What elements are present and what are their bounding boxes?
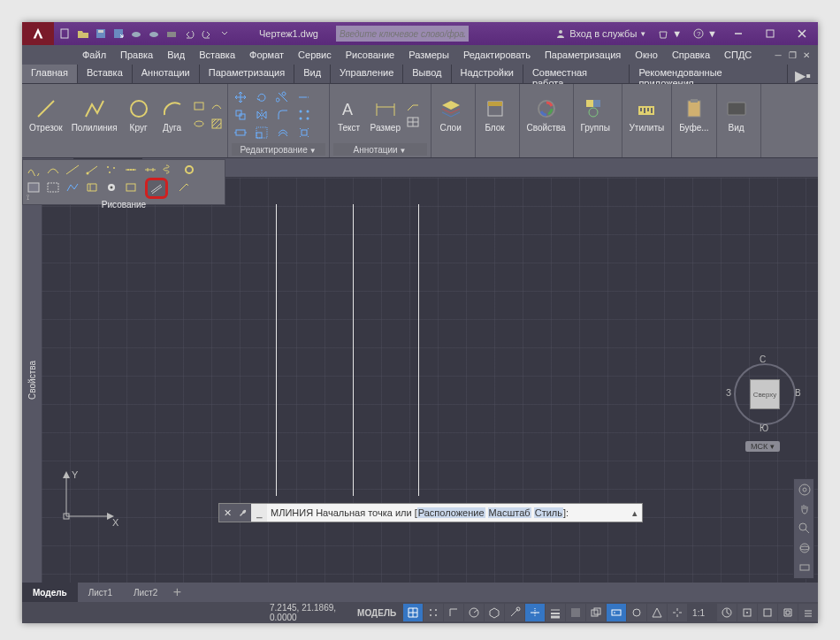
arc-button[interactable]: Дуга: [157, 95, 188, 134]
wipeout-icon[interactable]: [44, 179, 62, 195]
rectangle2-icon[interactable]: [122, 179, 140, 195]
utilities-button[interactable]: Утилиты: [626, 95, 668, 134]
maximize-button[interactable]: [756, 22, 784, 45]
flyout-pin-icon[interactable]: ⟟: [27, 193, 29, 202]
open-icon[interactable]: [75, 26, 91, 42]
status-cycling-toggle[interactable]: [586, 604, 606, 621]
mline-button[interactable]: [147, 179, 166, 197]
helix-icon[interactable]: [161, 162, 179, 178]
spline-fit-icon[interactable]: [25, 162, 42, 178]
menu-spds[interactable]: СПДС: [717, 48, 759, 62]
plot-icon[interactable]: [164, 26, 179, 42]
menu-insert[interactable]: Вставка: [192, 48, 242, 62]
status-workspace-button[interactable]: [717, 604, 737, 621]
signin-button[interactable]: Вход в службы ▼: [551, 27, 650, 40]
cmdline-config-icon[interactable]: [235, 504, 251, 522]
3dpolyline-icon[interactable]: [64, 179, 81, 195]
ribbon-tab-addins[interactable]: Надстройки: [452, 65, 523, 83]
status-cleanscreen-button[interactable]: [778, 604, 798, 621]
ribbon-tab-insert[interactable]: Вставка: [78, 65, 133, 83]
menu-edit[interactable]: Правка: [113, 48, 160, 62]
ribbon-tab-home[interactable]: Главная: [22, 65, 78, 83]
cmdline-recent-icon[interactable]: ▴: [628, 507, 642, 519]
menu-window[interactable]: Окно: [628, 48, 665, 62]
leader-icon[interactable]: [406, 102, 420, 114]
menu-draw[interactable]: Рисование: [339, 48, 401, 62]
explode-icon[interactable]: [295, 125, 313, 141]
status-polar-toggle[interactable]: [464, 604, 484, 621]
status-scale-button[interactable]: 1:1: [687, 608, 710, 618]
move-icon[interactable]: [232, 89, 249, 105]
offset-icon[interactable]: [274, 125, 292, 141]
array-icon[interactable]: [295, 107, 313, 123]
search-input[interactable]: [336, 26, 469, 42]
command-text[interactable]: МЛИНИЯ Начальная точка или [Расположение…: [267, 507, 628, 518]
stretch-icon[interactable]: [232, 125, 249, 141]
revcloud-icon[interactable]: [103, 179, 120, 195]
layout-tab-sheet2[interactable]: Лист2: [123, 583, 168, 602]
trim-icon[interactable]: [274, 89, 292, 105]
ribbon-tab-collab[interactable]: Совместная работа: [523, 65, 630, 83]
status-lineweight-toggle[interactable]: [546, 604, 565, 621]
status-ortho-toggle[interactable]: [444, 604, 463, 621]
qat-dropdown-icon[interactable]: [217, 26, 233, 42]
app-store-icon[interactable]: ▼: [653, 27, 685, 40]
ribbon-expand-icon[interactable]: ▶▪: [788, 65, 818, 83]
modify-panel-label[interactable]: Редактирование▼: [232, 143, 325, 156]
status-annomonitor-toggle[interactable]: [647, 604, 667, 621]
redo-icon[interactable]: [199, 26, 215, 42]
status-dynamic-input-toggle[interactable]: [607, 604, 626, 621]
view-cube[interactable]: Сверху С Ю З В МСК ▾: [729, 354, 800, 452]
help-icon[interactable]: ?▼: [689, 27, 721, 40]
layout-tab-sheet1[interactable]: Лист1: [78, 583, 123, 602]
status-units-button[interactable]: [737, 604, 757, 621]
nav-zoom-icon[interactable]: [796, 520, 813, 537]
divide-icon[interactable]: [122, 162, 140, 178]
mirror-icon[interactable]: [253, 107, 271, 123]
menu-help[interactable]: Справка: [665, 48, 717, 62]
donut-icon[interactable]: [180, 162, 198, 178]
close-button[interactable]: [788, 22, 816, 45]
spline-cv-icon[interactable]: [44, 162, 62, 178]
rotate-icon[interactable]: [253, 89, 271, 105]
cloud-open-icon[interactable]: [128, 26, 144, 42]
status-isodraft-toggle[interactable]: [485, 604, 504, 621]
polyline-button[interactable]: Полилиния: [68, 95, 121, 134]
properties-button[interactable]: Свойства: [523, 95, 569, 134]
annotation-panel-label[interactable]: Аннотации▼: [333, 143, 427, 156]
cmd-option[interactable]: Расположение: [417, 507, 485, 518]
point-multiple-icon[interactable]: [103, 162, 120, 178]
measure-icon[interactable]: [141, 162, 159, 178]
menu-parametric[interactable]: Параметризация: [538, 48, 628, 62]
undo-icon[interactable]: [181, 26, 197, 42]
ribbon-tab-view[interactable]: Вид: [294, 65, 331, 83]
status-transparency-toggle[interactable]: [566, 604, 585, 621]
nav-wheel-icon[interactable]: [796, 481, 813, 499]
ribbon-tab-annotate[interactable]: Аннотации: [133, 65, 200, 83]
new-icon[interactable]: [57, 26, 73, 42]
spline-icon[interactable]: [208, 98, 225, 114]
status-grid-toggle[interactable]: [403, 604, 423, 621]
minimize-button[interactable]: [724, 22, 752, 45]
layers-button[interactable]: Слои: [435, 95, 467, 134]
properties-palette-tab[interactable]: Свойства: [22, 178, 42, 583]
boundary-icon[interactable]: [83, 179, 101, 195]
extend-icon[interactable]: [295, 89, 313, 105]
rect-icon[interactable]: [190, 98, 208, 114]
cmd-option[interactable]: Стиль: [534, 507, 563, 518]
nav-orbit-icon[interactable]: [796, 539, 813, 557]
nav-pan-icon[interactable]: [796, 500, 813, 518]
drawing-canvas[interactable]: YX Сверху С Ю З В МСК ▾: [42, 178, 818, 583]
status-osnap-toggle[interactable]: [505, 604, 524, 621]
clipboard-button[interactable]: Буфе...: [676, 95, 712, 134]
circle-button[interactable]: Круг: [123, 95, 155, 134]
command-line[interactable]: ✕ ⎯ МЛИНИЯ Начальная точка или [Располож…: [218, 503, 643, 522]
view-button[interactable]: Вид: [721, 95, 752, 134]
menu-tools[interactable]: Сервис: [291, 48, 339, 62]
viewcube-wcs-button[interactable]: МСК ▾: [745, 441, 780, 452]
ribbon-tab-output[interactable]: Вывод: [403, 65, 451, 83]
hatch-icon[interactable]: [208, 116, 225, 132]
status-otrack-toggle[interactable]: [525, 604, 545, 621]
copy-icon[interactable]: [232, 107, 249, 123]
dimension-button[interactable]: Размер: [367, 95, 404, 134]
